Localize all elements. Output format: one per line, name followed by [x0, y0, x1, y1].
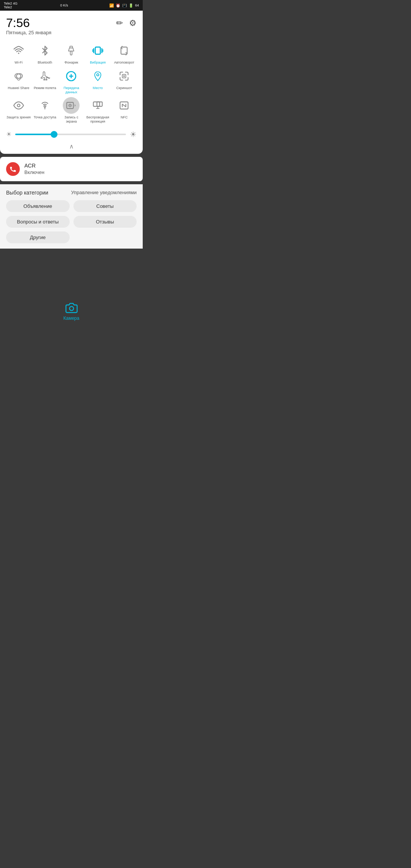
- battery-level: 64: [135, 3, 139, 7]
- toggle-data-transfer[interactable]: Передача данных: [59, 68, 84, 94]
- bottom-area: Камера: [0, 249, 143, 325]
- brightness-slider[interactable]: [15, 134, 126, 135]
- toggle-hotspot[interactable]: Точка доступа: [32, 97, 57, 124]
- settings-icon[interactable]: ⚙: [129, 18, 137, 28]
- vibrate-status-icon: 📳: [122, 3, 127, 8]
- bg-app-content: Выбор категории Управление уведомлениями…: [0, 184, 143, 249]
- qs-collapse-button[interactable]: ∧: [6, 143, 137, 150]
- carrier1: Tele2 4G: [4, 2, 18, 5]
- category-reviews[interactable]: Отзывы: [73, 216, 137, 228]
- vibration-label: Вибрация: [90, 61, 105, 65]
- svg-rect-2: [70, 51, 72, 55]
- camera-nav-item[interactable]: Камера: [64, 302, 80, 321]
- screen-record-icon: [66, 100, 76, 111]
- huawei-share-label: Huawei Share: [8, 86, 29, 90]
- collapse-icon[interactable]: ∧: [69, 143, 74, 150]
- svg-point-28: [69, 306, 73, 311]
- svg-rect-3: [95, 47, 100, 54]
- status-icons: 📶 ⏰ 📳 🔋 64: [109, 3, 139, 8]
- toggle-screenshot[interactable]: Скриншот: [112, 68, 137, 94]
- data-speed: 0 K/s: [60, 3, 68, 7]
- eyecare-icon: [13, 100, 24, 111]
- autorotate-label: Автоповорот: [114, 61, 134, 65]
- svg-point-22: [70, 105, 71, 106]
- qs-date: Пятница, 25 января: [6, 30, 51, 35]
- location-label: Место: [93, 86, 103, 90]
- airplane-icon: [40, 71, 50, 81]
- toggle-wireless-proj[interactable]: Беспроводная проекция: [85, 97, 110, 124]
- notification-app-icon: [6, 162, 20, 176]
- toggle-eyecare[interactable]: Защита зрения: [6, 97, 31, 124]
- toggle-huawei-share[interactable]: Huawei Share: [6, 68, 31, 94]
- category-tips[interactable]: Советы: [73, 200, 137, 212]
- camera-icon: [65, 302, 78, 314]
- svg-marker-20: [75, 104, 76, 107]
- signal-icon: 📶: [109, 3, 114, 8]
- category-announcements[interactable]: Объявление: [6, 200, 70, 212]
- wireless-projection-icon: [92, 100, 103, 111]
- toggle-airplane[interactable]: Режим полета: [32, 68, 57, 94]
- toggle-autorotate[interactable]: Автоповорот: [112, 42, 137, 65]
- toggle-wifi[interactable]: Wi-Fi: [6, 42, 31, 65]
- autorotate-icon: [119, 45, 129, 56]
- svg-point-0: [18, 53, 19, 54]
- qs-datetime: 7:56 Пятница, 25 января: [6, 17, 51, 35]
- wifi-icon: [13, 45, 24, 56]
- svg-rect-23: [93, 102, 99, 107]
- airplane-label: Режим полета: [34, 86, 56, 90]
- eyecare-label: Защита зрения: [6, 115, 30, 120]
- svg-point-16: [17, 104, 20, 107]
- toggle-flashlight[interactable]: Фонарик: [59, 42, 84, 65]
- alarm-icon: ⏰: [116, 3, 120, 8]
- flashlight-icon: [66, 45, 76, 56]
- brightness-fill: [15, 134, 54, 135]
- brightness-min-icon: ☀: [6, 131, 11, 138]
- manage-notifications-link[interactable]: Управление уведомлениями: [71, 190, 137, 195]
- data-transfer-icon: [65, 70, 77, 82]
- toggle-nfc[interactable]: NFC: [112, 97, 137, 124]
- category-other[interactable]: Другие: [6, 231, 70, 243]
- camera-label: Камера: [64, 316, 80, 321]
- brightness-thumb[interactable]: [51, 131, 57, 138]
- toggle-screen-record[interactable]: Запись с экрана: [59, 97, 84, 124]
- phone-icon: [9, 165, 17, 173]
- qs-time: 7:56: [6, 17, 51, 29]
- brightness-max-icon: ☀: [130, 130, 137, 139]
- wifi-label: Wi-Fi: [14, 61, 22, 65]
- edit-icon[interactable]: ✏: [116, 18, 123, 28]
- category-section-title: Выбор категории: [6, 190, 48, 196]
- location-icon: [92, 71, 103, 81]
- svg-point-9: [16, 74, 21, 78]
- huawei-share-icon: [13, 71, 24, 81]
- notification-status: Включен: [24, 169, 45, 175]
- toggle-grid: Wi-Fi Bluetooth Фонарик: [6, 42, 137, 124]
- notification-app-name: ACR: [24, 163, 45, 169]
- toggle-bluetooth[interactable]: Bluetooth: [32, 42, 57, 65]
- category-section-header: Выбор категории Управление уведомлениями: [6, 190, 137, 196]
- qs-header-actions: ✏ ⚙: [116, 18, 137, 28]
- bluetooth-label: Bluetooth: [38, 61, 52, 65]
- toggle-location[interactable]: Место: [85, 68, 110, 94]
- notification-content: ACR Включен: [24, 163, 45, 175]
- qs-header: 7:56 Пятница, 25 января ✏ ⚙: [6, 17, 137, 35]
- hotspot-icon: [40, 100, 50, 111]
- category-qa[interactable]: Вопросы и ответы: [6, 216, 70, 228]
- carrier2: Tele2: [4, 5, 18, 9]
- bluetooth-icon: [40, 45, 50, 56]
- nfc-label: NFC: [121, 115, 128, 120]
- carrier-info: Tele2 4G Tele2: [4, 2, 18, 9]
- brightness-control: ☀ ☀: [6, 130, 137, 139]
- toggle-vibration[interactable]: Вибрация: [85, 42, 110, 65]
- nfc-icon: [119, 100, 129, 111]
- vibration-icon: [92, 45, 104, 57]
- screenshot-label: Скриншот: [116, 86, 132, 90]
- status-bar: Tele2 4G Tele2 0 K/s 📶 ⏰ 📳 🔋 64: [0, 0, 143, 11]
- quick-settings-panel: 7:56 Пятница, 25 января ✏ ⚙ Wi-Fi: [0, 11, 143, 154]
- flashlight-label: Фонарик: [65, 61, 78, 65]
- wireless-proj-label: Беспроводная проекция: [85, 115, 110, 124]
- notification-card[interactable]: ACR Включен: [0, 157, 143, 181]
- hotspot-label: Точка доступа: [33, 115, 56, 120]
- battery-icon: 🔋: [129, 3, 133, 8]
- screenshot-icon: [119, 71, 129, 81]
- screen-record-label: Запись с экрана: [59, 115, 84, 124]
